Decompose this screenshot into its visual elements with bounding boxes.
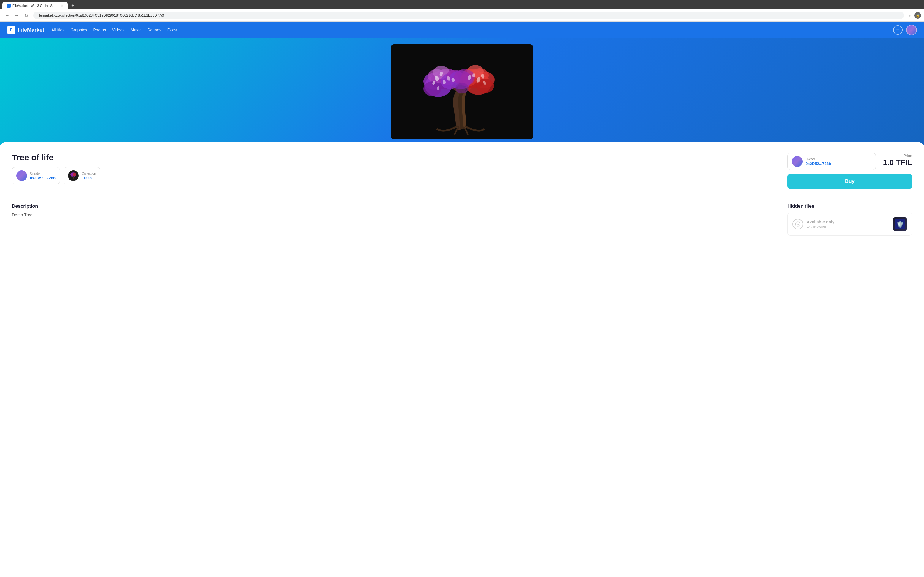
price-value: 1.0 TFIL [883, 158, 912, 167]
product-right-panel: Owner 0x2D52...728b Price 1.0 TFIL Buy [787, 153, 912, 189]
reload-button[interactable]: ↻ [22, 11, 30, 19]
tree-artwork [391, 44, 533, 139]
collection-card[interactable]: Collection Trees [63, 167, 100, 184]
product-title: Tree of life [12, 153, 100, 162]
new-tab-button[interactable]: + [70, 3, 76, 9]
owner-card[interactable]: Owner 0x2D52...728b [787, 153, 876, 170]
browser-nav-buttons: ← → ↻ [3, 11, 30, 19]
collection-avatar [68, 170, 79, 181]
url-input[interactable] [33, 11, 904, 19]
hidden-file-text: Available only to the owner [807, 220, 835, 229]
nav-music[interactable]: Music [131, 27, 142, 32]
collection-label: Collection [82, 172, 96, 175]
description-text: Demo Tree [12, 213, 769, 217]
product-info-left: Tree of life Creator 0x2D52...728b [12, 153, 100, 184]
back-button[interactable]: ← [3, 11, 11, 19]
logo-icon: F [7, 26, 15, 34]
hidden-files-section: Hidden files Available only to the owner [787, 204, 912, 236]
hero-area [0, 38, 924, 145]
description-title: Description [12, 204, 769, 209]
nav-videos[interactable]: Videos [112, 27, 125, 32]
top-nav: F FileMarket All files Graphics Photos V… [0, 22, 924, 38]
svg-text:🛡️: 🛡️ [897, 221, 904, 228]
owner-address[interactable]: 0x2D52...728b [806, 161, 831, 166]
nav-sounds[interactable]: Sounds [147, 27, 161, 32]
svg-point-32 [455, 83, 469, 93]
creator-info: Creator 0x2D52...728b [30, 172, 55, 180]
meta-cards: Creator 0x2D52...728b [12, 167, 100, 184]
nav-docs[interactable]: Docs [168, 27, 177, 32]
download-icon [792, 219, 803, 229]
product-header: Tree of life Creator 0x2D52...728b [12, 153, 912, 189]
hidden-files-title: Hidden files [787, 204, 912, 209]
creator-card[interactable]: Creator 0x2D52...728b [12, 167, 60, 184]
hidden-file-sublabel: to the owner [807, 224, 835, 229]
two-col-section: Description Demo Tree Hidden files [12, 204, 912, 236]
address-bar: ← → ↻ ☆ 🔒 [0, 10, 924, 22]
nav-photos[interactable]: Photos [93, 27, 106, 32]
browser-toolbar-icons: ☆ 🔒 [907, 12, 921, 19]
nft-badge-icon: 🛡️ [893, 217, 907, 231]
hidden-file-label: Available only [807, 220, 835, 224]
owner-info: Owner 0x2D52...728b [806, 157, 831, 166]
content-area: Tree of life Creator 0x2D52...728b [0, 142, 924, 247]
tab-favicon [6, 3, 11, 8]
creator-address[interactable]: 0x2D52...728b [30, 176, 55, 180]
creator-avatar [16, 170, 27, 181]
browser-chrome: FileMarket - Web3 Online Sho... ✕ + [0, 0, 924, 10]
nav-links: All files Graphics Photos Videos Music S… [52, 27, 886, 32]
owner-avatar [792, 156, 803, 167]
buy-button[interactable]: Buy [787, 174, 912, 189]
collection-info: Collection Trees [82, 172, 96, 180]
forward-button[interactable]: → [13, 11, 21, 19]
hidden-file-item: Available only to the owner 🛡️ [787, 213, 912, 236]
product-image [391, 44, 533, 139]
tab-title: FileMarket - Web3 Online Sho... [13, 4, 59, 7]
owner-label: Owner [806, 157, 831, 161]
divider [12, 196, 912, 197]
site-wrapper: F FileMarket All files Graphics Photos V… [0, 22, 924, 577]
creator-label: Creator [30, 172, 55, 175]
add-button[interactable]: + [893, 25, 903, 35]
svg-rect-37 [73, 176, 74, 179]
tab-close-icon[interactable]: ✕ [61, 3, 63, 8]
user-avatar-button[interactable] [906, 25, 917, 35]
svg-point-36 [73, 173, 76, 176]
hidden-file-left: Available only to the owner [792, 219, 835, 229]
price-section: Price 1.0 TFIL [883, 153, 912, 167]
logo[interactable]: F FileMarket [7, 26, 44, 34]
logo-text: FileMarket [18, 27, 44, 33]
extension-icon[interactable]: 🔒 [914, 12, 921, 19]
collection-name[interactable]: Trees [82, 176, 96, 180]
nav-all-files[interactable]: All files [52, 27, 65, 32]
nav-graphics[interactable]: Graphics [70, 27, 87, 32]
description-section: Description Demo Tree [12, 204, 769, 236]
price-label: Price [883, 153, 912, 158]
star-icon[interactable]: ☆ [907, 12, 913, 19]
browser-tab[interactable]: FileMarket - Web3 Online Sho... ✕ [2, 2, 68, 10]
nav-actions: + [893, 25, 917, 35]
